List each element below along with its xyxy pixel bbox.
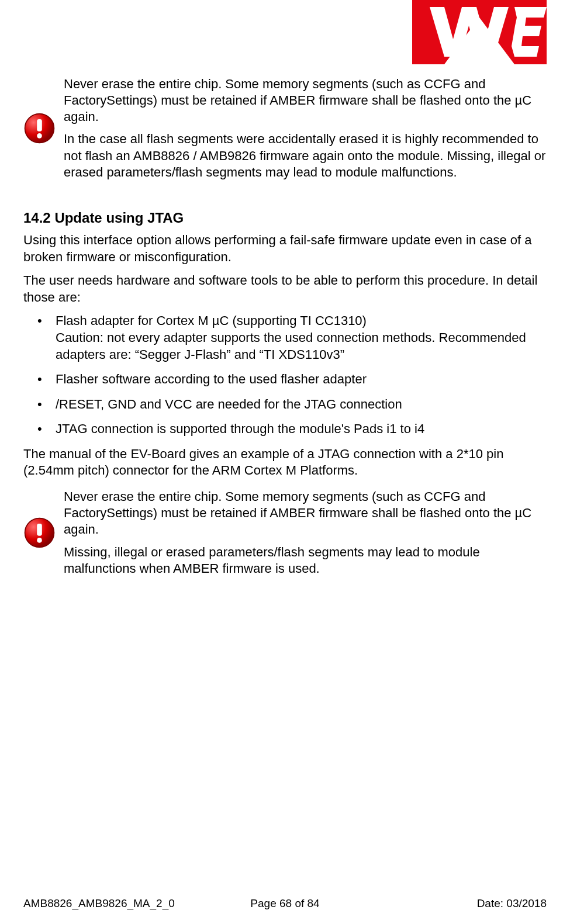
after-list: The manual of the EV-Board gives an exam… — [23, 446, 547, 479]
intro-2: The user needs hardware and software too… — [23, 272, 547, 306]
warning1-p2: In the case all flash segments were acci… — [64, 131, 547, 180]
svg-point-5 — [37, 133, 42, 139]
footer-doc-id: AMB8826_AMB9826_MA_2_0 — [23, 897, 175, 910]
footer-date: Date: 03/2018 — [477, 897, 547, 910]
page: Never erase the entire chip. Some memory… — [0, 0, 570, 924]
bullet-text: Flasher software according to the used f… — [56, 372, 367, 386]
page-content: Never erase the entire chip. Some memory… — [23, 0, 547, 577]
list-item: /RESET, GND and VCC are needed for the J… — [23, 396, 547, 413]
warning2-p2: Missing, illegal or erased parameters/fl… — [64, 544, 547, 577]
intro-1: Using this interface option allows perfo… — [23, 232, 547, 265]
warning-icon — [23, 112, 56, 144]
svg-rect-4 — [37, 119, 42, 131]
warning-block-1: Never erase the entire chip. Some memory… — [23, 76, 547, 181]
svg-point-8 — [37, 538, 42, 543]
bullet-text: JTAG connection is supported through the… — [56, 421, 424, 436]
warning-text-2: Never erase the entire chip. Some memory… — [64, 489, 547, 577]
page-footer: AMB8826_AMB9826_MA_2_0 Page 68 of 84 Dat… — [23, 897, 547, 910]
warning-icon — [23, 517, 56, 549]
warning2-p1: Never erase the entire chip. Some memory… — [64, 489, 547, 538]
warning-text-1: Never erase the entire chip. Some memory… — [64, 76, 547, 181]
we-logo — [412, 0, 547, 64]
bullet-list: Flash adapter for Cortex M µC (supportin… — [23, 313, 547, 438]
list-item: JTAG connection is supported through the… — [23, 421, 547, 438]
bullet-text: Flash adapter for Cortex M µC (supportin… — [56, 313, 526, 361]
svg-rect-7 — [37, 524, 42, 536]
warning-block-2: Never erase the entire chip. Some memory… — [23, 489, 547, 577]
warning1-p1: Never erase the entire chip. Some memory… — [64, 76, 547, 125]
bullet-text: /RESET, GND and VCC are needed for the J… — [56, 397, 402, 411]
list-item: Flasher software according to the used f… — [23, 371, 547, 388]
list-item: Flash adapter for Cortex M µC (supportin… — [23, 313, 547, 363]
section-heading: 14.2 Update using JTAG — [23, 210, 547, 226]
footer-page-number: Page 68 of 84 — [250, 897, 319, 910]
